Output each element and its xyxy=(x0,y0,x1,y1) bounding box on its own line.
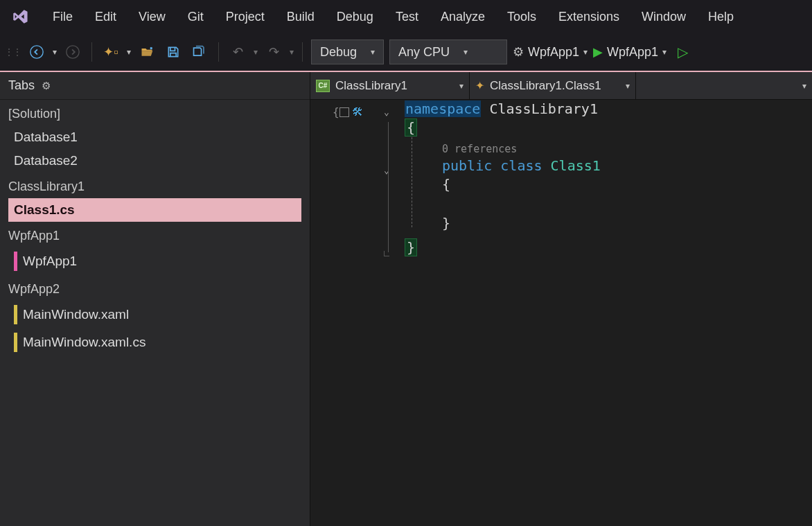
tabs-panel: Tabs ⚙ [Solution] Database1 Database2 Cl… xyxy=(0,72,310,526)
menu-analyze[interactable]: Analyze xyxy=(431,6,495,28)
tab-group-wpfapp1: WpfApp1 xyxy=(0,222,310,247)
group-stripe xyxy=(14,333,17,352)
menu-window[interactable]: Window xyxy=(632,6,696,28)
redo-caret-icon[interactable]: ▾ xyxy=(290,47,294,57)
menu-test[interactable]: Test xyxy=(386,6,428,28)
startup-project-selector[interactable]: ⚙ WpfApp1 ▾ xyxy=(513,44,588,60)
chevron-down-icon: ▾ xyxy=(583,47,588,57)
tab-file-label: MainWindow.xaml.cs xyxy=(23,335,145,350)
startup-name: WpfApp1 xyxy=(528,45,579,60)
chevron-down-icon: ▾ xyxy=(371,47,375,57)
screwdriver-icon[interactable]: 🛠 xyxy=(352,105,363,119)
menu-git[interactable]: Git xyxy=(178,6,213,28)
svg-point-1 xyxy=(67,46,79,58)
start-debug-button[interactable]: ▶ WpfApp1 ▾ xyxy=(593,44,667,60)
indent-guide xyxy=(412,137,412,227)
nav-type-name: ClassLibrary1.Class1 xyxy=(490,79,601,93)
code-lens[interactable]: 0 references xyxy=(442,143,517,155)
code-token: { xyxy=(442,176,450,193)
new-item-caret-icon[interactable]: ▾ xyxy=(127,47,131,57)
separator xyxy=(218,42,219,62)
tab-file[interactable]: MainWindow.xaml.cs xyxy=(0,328,310,356)
menu-help[interactable]: Help xyxy=(698,6,743,28)
run-target: WpfApp1 xyxy=(607,45,658,60)
tab-group-classlibrary1: ClassLibrary1 xyxy=(0,173,310,198)
gear-icon[interactable]: ⚙ xyxy=(42,80,51,92)
nav-back-button[interactable] xyxy=(26,42,47,62)
code-token: namespace xyxy=(405,100,481,117)
class-icon: ✦ xyxy=(475,79,484,92)
nav-forward-button[interactable] xyxy=(62,42,83,62)
csharp-icon: C# xyxy=(316,80,330,92)
tab-file[interactable]: MainWindow.xaml xyxy=(0,301,310,328)
grip-icon: ⋮⋮ xyxy=(4,46,21,58)
group-stripe xyxy=(14,252,17,271)
code-token: public xyxy=(442,157,492,174)
chevron-down-icon: ▾ xyxy=(464,47,468,57)
svg-point-0 xyxy=(30,46,43,58)
tab-file-active[interactable]: Class1.cs xyxy=(8,198,301,222)
nav-back-caret-icon[interactable]: ▾ xyxy=(53,47,57,57)
menu-bar: File Edit View Git Project Build Debug T… xyxy=(0,0,812,33)
menu-extensions[interactable]: Extensions xyxy=(549,6,629,28)
tab-file-label: MainWindow.xaml xyxy=(23,307,129,322)
tab-group-wpfapp2: WpfApp2 xyxy=(0,275,310,301)
separator xyxy=(302,42,303,62)
nav-type-dropdown[interactable]: ✦ ClassLibrary1.Class1 ▾ xyxy=(470,72,636,99)
platform-dropdown[interactable]: Any CPU ▾ xyxy=(389,40,507,64)
undo-button[interactable]: ↶ xyxy=(227,42,248,62)
menu-view[interactable]: View xyxy=(129,6,175,28)
code-token: class xyxy=(500,157,542,174)
editor: C# ClassLibrary1 ▾ ✦ ClassLibrary1.Class… xyxy=(310,72,812,526)
vs-logo-icon xyxy=(10,6,30,27)
group-stripe xyxy=(14,305,17,324)
code-token: { xyxy=(405,119,417,137)
tab-file[interactable]: WpfApp1 xyxy=(0,247,310,275)
chevron-down-icon: ▾ xyxy=(802,81,806,91)
fold-line xyxy=(388,122,389,252)
code-token: } xyxy=(405,238,417,256)
tabs-panel-title: Tabs xyxy=(8,78,35,93)
tab-file-label: WpfApp1 xyxy=(23,254,77,269)
platform-value: Any CPU xyxy=(398,45,450,60)
menu-project[interactable]: Project xyxy=(216,6,274,28)
menu-build[interactable]: Build xyxy=(277,6,324,28)
separator xyxy=(91,42,92,62)
menu-debug[interactable]: Debug xyxy=(327,6,383,28)
open-button[interactable] xyxy=(136,42,157,62)
play-outline-icon: ▷ xyxy=(678,44,688,60)
tab-group-solution: [Solution] xyxy=(0,100,310,125)
gear-icon: ⚙ xyxy=(513,44,524,60)
nav-member-dropdown[interactable]: ▾ xyxy=(636,72,812,99)
code-editor[interactable]: { 🛠 ⌄ ⌄ namespace ClassLibrary1 { 0 refe… xyxy=(310,100,812,526)
tabs-panel-header: Tabs ⚙ xyxy=(0,72,310,100)
menu-file[interactable]: File xyxy=(43,6,82,28)
save-button[interactable] xyxy=(163,42,184,62)
chevron-down-icon: ▾ xyxy=(662,47,667,57)
menu-tools[interactable]: Tools xyxy=(497,6,546,28)
chevron-down-icon: ▾ xyxy=(626,81,630,91)
nav-project-dropdown[interactable]: C# ClassLibrary1 ▾ xyxy=(310,72,470,99)
save-all-button[interactable] xyxy=(189,42,210,62)
chevron-down-icon: ▾ xyxy=(459,81,464,91)
undo-caret-icon[interactable]: ▾ xyxy=(254,47,258,57)
new-item-button[interactable]: ✦▫ xyxy=(100,42,121,62)
tab-file[interactable]: Database1 xyxy=(0,125,310,149)
code-token: ClassLibrary1 xyxy=(489,100,598,117)
gutter: { 🛠 ⌄ ⌄ xyxy=(310,104,400,526)
tab-file[interactable]: Database2 xyxy=(0,149,310,173)
code-token: } xyxy=(442,215,450,231)
config-dropdown[interactable]: Debug ▾ xyxy=(311,40,384,64)
fold-corner xyxy=(384,251,389,256)
code-token: Class1 xyxy=(551,157,601,174)
toolbar: ⋮⋮ ▾ ✦▫ ▾ ↶ ▾ ↷ ▾ Debug ▾ Any CPU ▾ ⚙ Wp… xyxy=(0,33,812,72)
start-without-debug-button[interactable]: ▷ xyxy=(672,42,693,62)
config-value: Debug xyxy=(320,45,357,60)
editor-nav-bar: C# ClassLibrary1 ▾ ✦ ClassLibrary1.Class… xyxy=(310,72,812,100)
fold-toggle[interactable]: ⌄ xyxy=(384,107,389,117)
redo-button[interactable]: ↷ xyxy=(263,42,284,62)
nav-project-name: ClassLibrary1 xyxy=(335,79,407,93)
menu-edit[interactable]: Edit xyxy=(85,6,126,28)
play-icon: ▶ xyxy=(593,44,603,60)
brace-icon: { xyxy=(333,105,349,119)
